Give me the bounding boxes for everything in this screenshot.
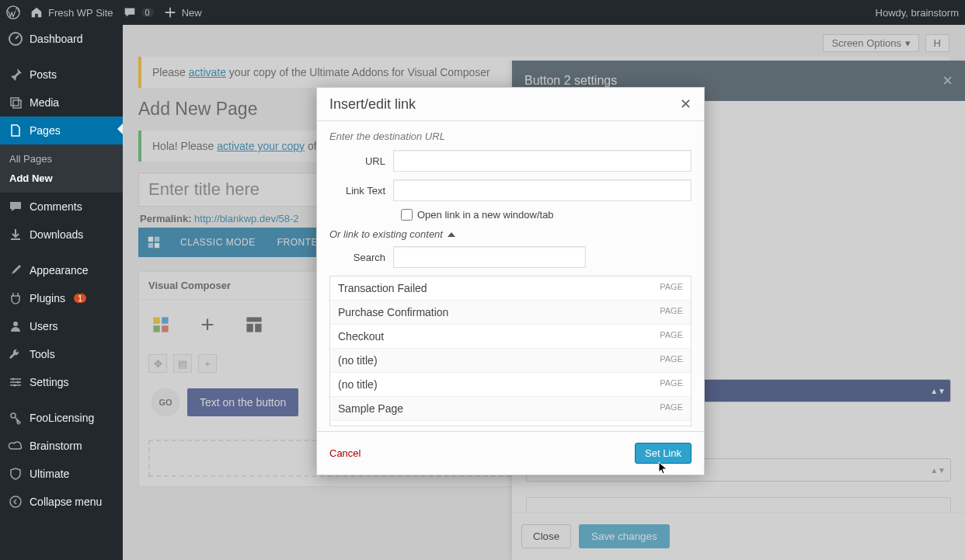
new-tab-label: Open link in a new window/tab — [417, 209, 554, 221]
submenu-all-pages[interactable]: All Pages — [0, 149, 123, 169]
svg-point-3 — [12, 378, 15, 381]
svg-point-2 — [13, 322, 18, 326]
url-label: URL — [329, 155, 393, 167]
admin-bar: Fresh WP Site 0 New Howdy, brainstorm — [0, 0, 965, 25]
wrench-icon — [8, 346, 23, 362]
wp-logo[interactable] — [6, 5, 20, 19]
brush-icon — [8, 263, 23, 278]
shield-icon — [8, 466, 23, 482]
comment-icon — [123, 5, 137, 19]
menu-downloads[interactable]: Downloads — [0, 221, 123, 249]
result-row[interactable]: Sample PagePAGE — [330, 397, 691, 421]
result-row[interactable]: Purchase ConfirmationPAGE — [330, 301, 691, 325]
set-link-button[interactable]: Set Link — [635, 443, 692, 464]
link-text-label: Link Text — [329, 185, 393, 197]
user-icon — [8, 318, 23, 334]
triangle-up-icon — [448, 232, 455, 237]
media-icon — [8, 95, 23, 110]
search-input[interactable] — [393, 246, 586, 268]
new-link[interactable]: New — [163, 5, 202, 19]
link-text-input[interactable] — [393, 179, 692, 201]
result-row[interactable]: Transaction FailedPAGE — [330, 277, 691, 301]
link-results-list: Transaction FailedPAGE Purchase Confirma… — [329, 276, 692, 426]
comments-link[interactable]: 0 — [123, 5, 154, 19]
comment-count: 0 — [141, 8, 154, 17]
collapse-icon — [8, 494, 23, 510]
submenu-add-new[interactable]: Add New — [0, 169, 123, 188]
new-tab-checkbox[interactable] — [401, 209, 413, 221]
menu-tools[interactable]: Tools — [0, 340, 123, 368]
plugin-update-badge: 1 — [74, 294, 86, 303]
menu-brainstorm[interactable]: Brainstorm — [0, 432, 123, 460]
menu-plugins[interactable]: Plugins 1 — [0, 284, 123, 312]
menu-users[interactable]: Users — [0, 312, 123, 340]
existing-content-toggle[interactable]: Or link to existing content — [329, 228, 692, 240]
cancel-button[interactable]: Cancel — [329, 447, 361, 459]
result-row[interactable]: (no title)PAGE — [330, 373, 691, 397]
result-row[interactable]: CheckoutPAGE — [330, 325, 691, 349]
result-row[interactable]: Hello world!2015/07/13 — [330, 421, 691, 426]
page-icon — [8, 123, 23, 138]
menu-media[interactable]: Media — [0, 89, 123, 117]
menu-foolicensing[interactable]: FooLicensing — [0, 404, 123, 432]
new-label: New — [182, 7, 202, 19]
result-row[interactable]: (no title)PAGE — [330, 349, 691, 373]
site-link[interactable]: Fresh WP Site — [30, 5, 113, 19]
plug-icon — [8, 290, 23, 306]
svg-point-7 — [10, 496, 21, 507]
menu-collapse[interactable]: Collapse menu — [0, 488, 123, 516]
wordpress-icon — [6, 5, 20, 19]
cloud-icon — [8, 438, 23, 454]
menu-pages[interactable]: Pages — [0, 117, 123, 144]
url-input[interactable] — [393, 150, 692, 172]
menu-dashboard[interactable]: Dashboard — [0, 25, 123, 53]
svg-point-4 — [17, 381, 19, 384]
download-icon — [8, 227, 23, 242]
key-icon — [8, 410, 23, 426]
search-label: Search — [329, 252, 393, 263]
comment-icon — [8, 199, 23, 214]
menu-comments[interactable]: Comments — [0, 193, 123, 221]
menu-appearance[interactable]: Appearance — [0, 256, 123, 284]
modal-hint: Enter the destination URL — [329, 130, 692, 142]
home-icon — [30, 5, 44, 19]
menu-ultimate[interactable]: Ultimate — [0, 460, 123, 488]
menu-settings[interactable]: Settings — [0, 368, 123, 396]
modal-title: Insert/edit link — [329, 96, 416, 113]
howdy[interactable]: Howdy, brainstorm — [876, 7, 959, 19]
svg-point-5 — [14, 384, 16, 387]
sliders-icon — [8, 374, 23, 390]
site-name: Fresh WP Site — [48, 7, 113, 19]
menu-posts[interactable]: Posts — [0, 61, 123, 89]
insert-link-modal: Insert/edit link ✕ Enter the destination… — [316, 87, 705, 475]
admin-sidebar: Dashboard Posts Media Pages All Pages Ad… — [0, 25, 123, 560]
modal-close-icon[interactable]: ✕ — [680, 96, 692, 113]
plus-icon — [163, 5, 177, 19]
pin-icon — [8, 67, 23, 82]
pages-submenu: All Pages Add New — [0, 144, 123, 193]
dashboard-icon — [8, 31, 23, 47]
